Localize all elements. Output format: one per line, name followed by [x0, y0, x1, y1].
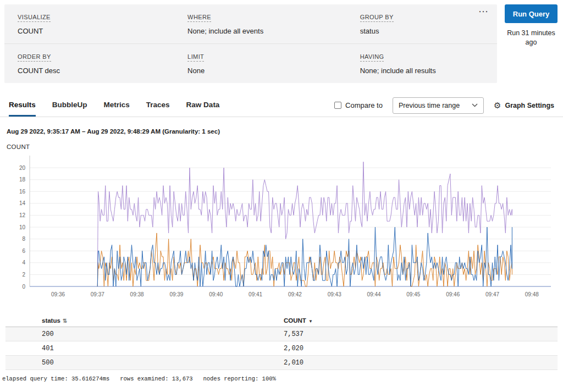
svg-text:09:37: 09:37 — [91, 291, 104, 297]
svg-text:6: 6 — [22, 248, 25, 254]
qb-limit[interactable]: LIMIT None — [174, 43, 347, 83]
graph-controls: Compare to Previous time range ⚙ Graph S… — [334, 94, 554, 117]
qb-visualize[interactable]: VISUALIZE COUNT — [4, 4, 174, 43]
qb-where[interactable]: WHERE None; include all events — [174, 4, 347, 43]
tab-metrics-label: Metrics — [104, 101, 130, 109]
visualize-label: VISUALIZE — [18, 14, 51, 22]
status-header-label: status — [42, 317, 60, 324]
svg-text:09:43: 09:43 — [328, 291, 341, 297]
timeseries-chart[interactable]: 0246810121416182009:3609:3709:3809:3909:… — [3, 151, 560, 308]
svg-text:0: 0 — [22, 284, 25, 290]
count-cell: 2,020 — [284, 345, 558, 352]
qb-order-by[interactable]: ORDER BY COUNT desc — [4, 43, 174, 83]
qb-having[interactable]: HAVING None; include all results — [347, 43, 497, 83]
chart-canvas[interactable]: 0246810121416182009:3609:3709:3809:3909:… — [3, 151, 555, 306]
svg-text:09:41: 09:41 — [249, 291, 262, 297]
having-label: HAVING — [360, 53, 384, 62]
svg-text:09:47: 09:47 — [485, 291, 499, 297]
svg-text:12: 12 — [19, 212, 26, 218]
having-value: None; include all results — [360, 67, 492, 75]
run-column: Run Query Run 31 minutes ago — [505, 4, 558, 83]
svg-text:20: 20 — [19, 165, 26, 171]
qb-group-by[interactable]: GROUP BY status — [347, 4, 497, 43]
sort-both-icon: ⇅ — [63, 318, 67, 324]
status-cell: 401 — [36, 345, 284, 352]
query-stats-footer: elapsed query time: 35.616274ms rows exa… — [2, 376, 563, 382]
order-by-value: COUNT desc — [18, 67, 169, 75]
tab-results-label: Results — [9, 101, 36, 109]
status-cell: 200 — [36, 330, 284, 338]
where-label: WHERE — [187, 14, 211, 22]
more-options-icon[interactable]: ⋯ — [478, 5, 489, 18]
group-by-label: GROUP BY — [360, 14, 394, 22]
svg-text:09:45: 09:45 — [406, 291, 420, 297]
count-cell: 2,010 — [284, 359, 558, 367]
time-range-dropdown[interactable]: Previous time range — [393, 97, 484, 114]
order-by-label: ORDER BY — [18, 53, 51, 62]
svg-text:18: 18 — [19, 176, 26, 183]
graph-settings-label: Graph Settings — [505, 102, 554, 109]
svg-text:8: 8 — [22, 236, 25, 242]
chart-y-axis-title: COUNT — [7, 143, 563, 150]
query-header: VISUALIZE COUNT WHERE None; include all … — [0, 0, 563, 83]
chevron-down-icon — [472, 103, 478, 107]
svg-text:2: 2 — [22, 272, 25, 278]
tab-bubbleup[interactable]: BubbleUp — [52, 94, 87, 117]
svg-text:09:39: 09:39 — [169, 291, 183, 297]
svg-text:16: 16 — [19, 189, 26, 195]
tab-traces-label: Traces — [146, 101, 170, 109]
compare-to-label: Compare to — [345, 101, 383, 109]
limit-label: LIMIT — [187, 53, 204, 62]
group-by-value: status — [360, 27, 492, 35]
sort-desc-icon: ▼ — [308, 319, 313, 324]
tabs-bar: Results BubbleUp Metrics Traces Raw Data… — [0, 94, 563, 117]
where-value: None; include all events — [187, 27, 341, 35]
tab-traces[interactable]: Traces — [146, 94, 170, 117]
compare-to-control[interactable]: Compare to — [334, 101, 383, 109]
limit-value: None — [187, 67, 341, 75]
graph-settings-button[interactable]: ⚙ Graph Settings — [494, 101, 554, 111]
compare-to-checkbox[interactable] — [334, 102, 341, 109]
svg-text:09:48: 09:48 — [525, 291, 539, 297]
svg-text:09:46: 09:46 — [446, 291, 460, 297]
count-cell: 7,537 — [284, 330, 558, 338]
svg-text:09:44: 09:44 — [367, 291, 380, 297]
svg-text:09:36: 09:36 — [51, 291, 65, 297]
table-row[interactable]: 401 2,020 — [5, 341, 558, 356]
visualize-value: COUNT — [18, 27, 169, 35]
run-query-button[interactable]: Run Query — [505, 4, 558, 23]
svg-text:09:40: 09:40 — [209, 291, 223, 297]
tab-rawdata[interactable]: Raw Data — [186, 94, 220, 117]
table-row[interactable]: 500 2,010 — [5, 356, 558, 370]
status-column-header[interactable]: status⇅ — [36, 317, 284, 324]
svg-text:09:42: 09:42 — [288, 291, 302, 297]
result-tabs: Results BubbleUp Metrics Traces Raw Data — [9, 94, 219, 117]
query-time-range: Aug 29 2022, 9:35:17 AM – Aug 29 2022, 9… — [7, 128, 563, 135]
tab-results[interactable]: Results — [9, 94, 36, 117]
time-range-value: Previous time range — [399, 102, 460, 109]
run-status-text: Run 31 minutes ago — [505, 29, 558, 47]
count-column-header[interactable]: COUNT▼ — [284, 317, 558, 324]
tab-metrics[interactable]: Metrics — [104, 94, 130, 117]
svg-text:10: 10 — [19, 224, 26, 230]
table-header-row: status⇅ COUNT▼ — [5, 314, 558, 327]
group-by-results-table: status⇅ COUNT▼ 200 7,537 401 2,020 500 2… — [5, 314, 558, 370]
tab-rawdata-label: Raw Data — [186, 101, 220, 109]
svg-text:09:38: 09:38 — [130, 291, 144, 297]
svg-text:14: 14 — [19, 200, 26, 206]
gear-icon: ⚙ — [494, 101, 501, 111]
table-row[interactable]: 200 7,537 — [5, 327, 558, 341]
count-header-label: COUNT — [284, 317, 306, 324]
query-builder-panel: VISUALIZE COUNT WHERE None; include all … — [4, 4, 497, 83]
status-cell: 500 — [36, 359, 284, 367]
tab-bubbleup-label: BubbleUp — [52, 101, 87, 109]
svg-text:4: 4 — [22, 260, 25, 266]
